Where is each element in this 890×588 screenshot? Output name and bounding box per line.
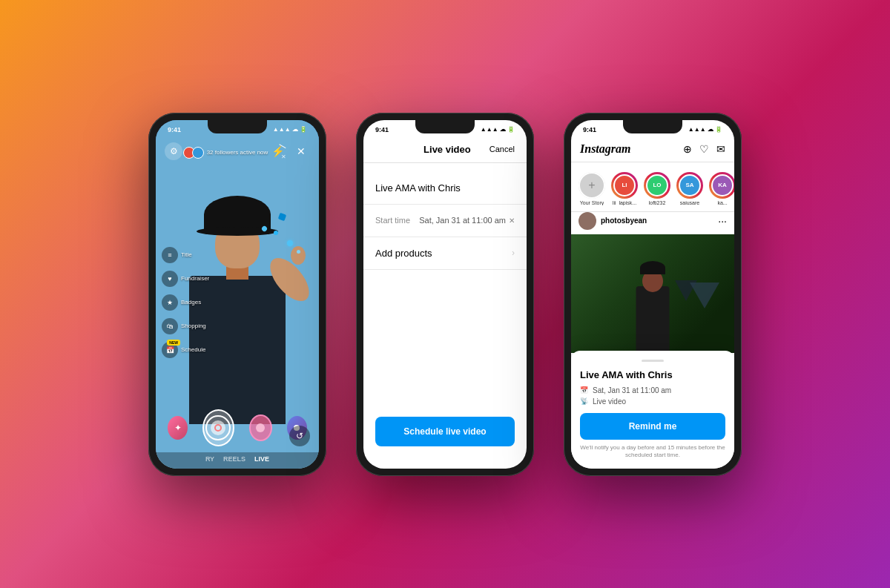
badges-menu-item[interactable]: ★ Badges xyxy=(162,294,209,311)
schedule-title: Live video xyxy=(405,144,490,155)
camera-flip-button[interactable]: ↺ xyxy=(289,426,310,446)
title-menu-item[interactable]: ≡ Title xyxy=(162,247,209,263)
story-inner-4: SA xyxy=(679,174,701,196)
post-image xyxy=(571,234,734,353)
nav-reels[interactable]: REELS xyxy=(223,455,245,463)
phone-live-camera: 9:41 ▲▲▲ ☁ 🔋 ⚙ 32 followers active now xyxy=(148,113,326,476)
schedule-icon: 📅 NEW xyxy=(162,342,178,358)
your-story-inner: + xyxy=(578,172,605,199)
record-button[interactable] xyxy=(202,409,234,446)
story-item-5[interactable]: KA ka... xyxy=(709,172,734,205)
close-live-button[interactable]: ✕ xyxy=(292,142,310,160)
fundraiser-menu-item[interactable]: ♥ Fundraiser xyxy=(162,271,209,287)
messenger-icon[interactable]: ✉ xyxy=(716,143,725,155)
live-overlay: ⚙ 32 followers active now ⚡ — xyxy=(156,136,319,469)
your-story-label: Your Story xyxy=(580,200,604,205)
start-time-row[interactable]: Start time Sat, Jan 31 at 11:00 am ✕ xyxy=(363,205,527,237)
bg-triangle-2 xyxy=(690,283,719,308)
post-user: photosbyean xyxy=(578,212,647,230)
record-area: ✦ xyxy=(156,403,319,452)
remind-me-button[interactable]: Remind me xyxy=(580,413,725,440)
phone-schedule: 9:41 ▲▲▲ ☁ 🔋 Live video Cancel Live AMA … xyxy=(356,113,534,476)
schedule-live-button[interactable]: Schedule live video xyxy=(375,417,515,446)
live-top-bar: ⚙ 32 followers active now ⚡ — xyxy=(156,136,319,166)
schedule-header: Live video Cancel xyxy=(363,136,527,163)
phone3-notch xyxy=(623,120,682,133)
schedule-btn-label: Schedule live video xyxy=(403,426,486,437)
follower-avatar-2 xyxy=(192,147,204,159)
title-icon: ≡ xyxy=(162,247,178,263)
instagram-logo: Instagram xyxy=(580,142,630,156)
story-label-3: lofti232 xyxy=(649,200,666,205)
notification-type-text: Live video xyxy=(593,397,626,406)
cancel-button[interactable]: Cancel xyxy=(490,145,515,153)
nav-live[interactable]: LIVE xyxy=(254,455,269,463)
header-icons: ⊕ ♡ ✉ xyxy=(683,143,725,155)
post-user-avatar xyxy=(578,212,596,230)
phone1-status-icons: ▲▲▲ ☁ 🔋 xyxy=(273,126,307,133)
start-time-label: Start time xyxy=(375,216,410,225)
shopping-icon: 🛍 xyxy=(162,318,178,334)
add-products-chevron: › xyxy=(512,248,515,258)
heart-icon[interactable]: ♡ xyxy=(699,143,709,155)
start-time-value: Sat, Jan 31 at 11:00 am ✕ xyxy=(419,216,515,225)
notification-sheet: Live AMA with Chris 📅 Sat, Jan 31 at 11:… xyxy=(571,351,734,469)
fundraiser-menu-label: Fundraiser xyxy=(181,275,209,282)
instagram-header: Instagram ⊕ ♡ ✉ xyxy=(571,136,734,162)
post-username: photosbyean xyxy=(601,217,647,225)
story-inner-5: KA xyxy=(711,174,734,196)
clear-time-button[interactable]: ✕ xyxy=(509,217,515,225)
shopping-menu-label: Shopping xyxy=(181,323,206,329)
effects-button-1[interactable]: ✦ xyxy=(168,416,188,440)
phone1-notch xyxy=(208,120,267,133)
sheet-handle xyxy=(642,360,664,362)
followers-text: 32 followers active now xyxy=(207,149,268,156)
post-header: photosbyean ··· xyxy=(571,208,734,234)
phone3-status-icons: ▲▲▲ ☁ 🔋 xyxy=(688,126,722,133)
phone2-time: 9:41 xyxy=(375,126,389,133)
add-products-label: Add products xyxy=(375,248,432,259)
add-products-row[interactable]: Add products › xyxy=(363,237,527,270)
notification-date-text: Sat, Jan 31 at 11:00 am xyxy=(593,386,671,394)
followers-bar: 32 followers active now xyxy=(183,147,268,159)
live-video-icon: 📡 xyxy=(580,397,588,405)
phone3-time: 9:41 xyxy=(583,126,596,133)
remind-btn-label: Remind me xyxy=(629,421,677,432)
calendar-icon: 📅 xyxy=(580,386,588,394)
phone2-notch xyxy=(415,120,475,133)
event-title[interactable]: Live AMA with Chris xyxy=(375,182,461,194)
story-avatar-3: LO xyxy=(644,172,670,199)
notification-disclaimer: We'll notify you a day before and 15 min… xyxy=(580,444,725,460)
story-avatar-4: SA xyxy=(676,172,703,199)
phone2-status-icons: ▲▲▲ ☁ 🔋 xyxy=(481,126,515,133)
badges-menu-label: Badges xyxy=(181,299,201,305)
story-item-3[interactable]: LO lofti232 xyxy=(644,172,670,205)
start-time-text: Sat, Jan 31 at 11:00 am xyxy=(419,216,506,225)
live-nav: RY REELS LIVE xyxy=(156,452,319,469)
story-item-2[interactable]: LI lii_lapisk... xyxy=(611,172,638,205)
your-story-avatar: + xyxy=(578,172,605,199)
live-bottom-controls: ✦ xyxy=(156,403,319,469)
schedule-menu-item[interactable]: 📅 NEW Schedule xyxy=(162,342,209,358)
record-button-inner xyxy=(205,415,231,440)
flash-disabled-button[interactable]: ⚡ — xyxy=(268,142,286,160)
phone-instagram-feed: 9:41 ▲▲▲ ☁ 🔋 Instagram ⊕ ♡ ✉ + Your Stor… xyxy=(564,113,742,476)
story-item-4[interactable]: SA saiusare xyxy=(676,172,703,205)
story-inner-2: LI xyxy=(613,174,636,196)
post-more-button[interactable]: ··· xyxy=(718,215,727,227)
story-label-2: lii_lapisk... xyxy=(613,200,636,205)
story-label-5: ka... xyxy=(717,200,727,205)
add-icon[interactable]: ⊕ xyxy=(683,143,692,155)
shopping-menu-item[interactable]: 🛍 Shopping xyxy=(162,318,209,334)
your-story[interactable]: + Your Story xyxy=(578,172,605,205)
story-inner-3: LO xyxy=(646,174,668,196)
title-menu-label: Title xyxy=(181,251,192,258)
nav-story[interactable]: RY xyxy=(205,455,214,463)
effects-button-2[interactable] xyxy=(249,414,272,441)
settings-button[interactable]: ⚙ xyxy=(165,142,182,160)
badges-icon: ★ xyxy=(162,294,178,311)
schedule-menu-label: Schedule xyxy=(181,346,205,353)
new-badge: NEW xyxy=(167,340,180,346)
stories-bar: + Your Story LI lii_lapisk... LO lofti23… xyxy=(571,166,734,212)
story-label-4: saiusare xyxy=(680,200,699,205)
